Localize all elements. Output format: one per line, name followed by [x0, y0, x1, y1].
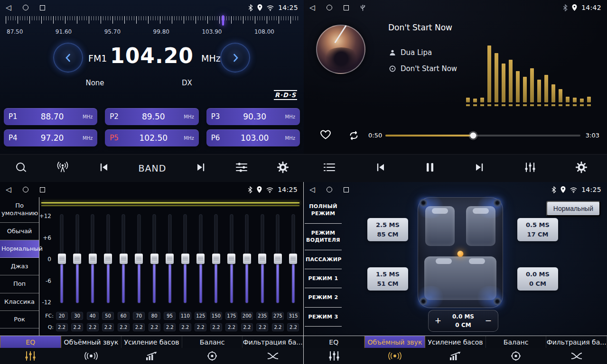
eq-slider-handle[interactable] [104, 254, 112, 264]
home-icon[interactable] [327, 5, 332, 10]
dx-mode-label[interactable]: DX [182, 79, 192, 87]
delay-front-left[interactable]: 2.5 MS 85 CM [367, 218, 408, 241]
balance-icon[interactable] [182, 351, 243, 361]
surround-speaker-icon[interactable] [61, 352, 121, 360]
next-icon[interactable] [195, 163, 206, 174]
bass-boost-icon[interactable] [425, 351, 486, 361]
audio-tab-3[interactable]: Баланс [486, 336, 547, 348]
eq-preset-item[interactable]: По умолчанию [0, 197, 39, 223]
eq-slider-handle[interactable] [166, 254, 174, 264]
eq-band-slider[interactable] [224, 211, 239, 308]
eq-sliders-icon[interactable] [304, 351, 364, 361]
listening-position-dot[interactable] [458, 251, 464, 257]
tune-down-button[interactable] [53, 43, 83, 73]
delay-rear-right[interactable]: 0.0 MS 0 CM [517, 267, 558, 291]
progress-bar[interactable] [385, 135, 580, 136]
eq-band-slider[interactable] [240, 211, 254, 308]
eq-preset-shortcut-button[interactable]: Нормальный [546, 201, 600, 216]
progress-knob[interactable] [470, 133, 476, 139]
recents-icon[interactable] [40, 5, 45, 10]
audio-tab-4[interactable]: Фильтрация ба... [243, 336, 303, 348]
listening-mode-item[interactable]: РЕЖИМ 2 [305, 288, 342, 307]
radio-preset-p2[interactable]: P289.50MHz [105, 108, 198, 125]
playlist-icon[interactable] [323, 163, 336, 174]
eq-sliders-icon[interactable] [0, 351, 61, 361]
eq-slider-handle[interactable] [135, 254, 143, 264]
broadcast-icon[interactable] [56, 161, 69, 175]
eq-band-slider[interactable] [255, 211, 270, 308]
radio-preset-p6[interactable]: P6103.00MHz [206, 129, 300, 146]
listening-mode-item[interactable]: РЕЖИМ ВОДИТЕЛЯ [305, 224, 342, 250]
repeat-icon[interactable] [347, 131, 360, 142]
eq-slider-handle[interactable] [73, 254, 81, 264]
eq-slider-handle[interactable] [58, 254, 66, 264]
car-cabin-diagram[interactable] [418, 197, 503, 308]
eq-slider-handle[interactable] [89, 254, 97, 264]
listening-mode-item[interactable]: ПОЛНЫЙ РЕЖИМ [305, 197, 342, 224]
eq-band-slider[interactable] [286, 211, 300, 308]
eq-slider-handle[interactable] [181, 254, 189, 264]
settings-gear-icon[interactable] [277, 161, 289, 175]
back-icon[interactable]: ◁ [309, 4, 315, 11]
band-button[interactable]: BAND [139, 163, 167, 173]
settings-gear-icon[interactable] [575, 161, 588, 175]
home-icon[interactable] [327, 187, 332, 192]
eq-preset-item[interactable]: Нормальный [0, 240, 39, 258]
increase-delay-button[interactable]: + [429, 316, 448, 326]
eq-slider-handle[interactable] [120, 254, 128, 264]
home-icon[interactable] [23, 187, 28, 192]
audio-tab-1[interactable]: Объёмный звук [61, 336, 122, 348]
eq-slider-handle[interactable] [227, 254, 235, 264]
eq-band-slider[interactable] [271, 211, 285, 308]
radio-preset-p1[interactable]: P188.70MHz [4, 108, 97, 125]
recents-icon[interactable] [40, 187, 45, 192]
eq-preset-item[interactable]: Поп [0, 275, 39, 293]
delay-front-right[interactable]: 0.5 MS 17 CM [517, 218, 558, 241]
radio-preset-p3[interactable]: P390.30MHz [206, 108, 300, 125]
recents-icon[interactable] [344, 5, 349, 10]
eq-band-slider[interactable] [194, 211, 208, 308]
home-icon[interactable] [23, 5, 28, 10]
eq-preset-item[interactable]: Классика [0, 293, 39, 311]
eq-band-slider[interactable] [178, 211, 192, 308]
back-icon[interactable]: ◁ [309, 186, 315, 193]
audio-tab-2[interactable]: Усиление басов [121, 336, 182, 348]
frequency-ruler[interactable] [6, 16, 298, 26]
radio-preset-p4[interactable]: P497.20MHz [4, 129, 97, 146]
eq-band-slider[interactable] [163, 211, 177, 308]
scan-icon[interactable] [15, 161, 27, 175]
eq-band-slider[interactable] [101, 211, 115, 308]
audio-tab-0[interactable]: EQ [304, 336, 364, 348]
eq-preset-item[interactable]: Рок [0, 311, 39, 328]
decrease-delay-button[interactable]: − [479, 316, 498, 326]
eq-band-slider[interactable] [209, 211, 223, 308]
eq-slider-handle[interactable] [274, 254, 282, 264]
eq-slider-handle[interactable] [243, 254, 251, 264]
listening-mode-item[interactable]: ПАССАЖИР [305, 250, 342, 269]
eq-slider-handle[interactable] [196, 254, 205, 264]
previous-icon[interactable] [98, 163, 110, 174]
eq-preset-item[interactable]: Джаз [0, 258, 39, 275]
audio-tab-2[interactable]: Усиление басов [425, 336, 486, 348]
filter-crossover-icon[interactable] [243, 352, 303, 360]
eq-sliders-icon[interactable] [235, 162, 248, 174]
surround-speaker-icon[interactable] [364, 352, 425, 360]
eq-sliders-icon[interactable] [524, 162, 536, 174]
recents-icon[interactable] [344, 187, 349, 192]
tuner-indicator[interactable] [222, 15, 224, 26]
eq-slider-handle[interactable] [289, 254, 297, 264]
eq-band-slider[interactable] [85, 211, 100, 308]
radio-preset-p5[interactable]: P5102.50MHz [105, 129, 198, 146]
filter-crossover-icon[interactable] [546, 352, 607, 360]
eq-slider-handle[interactable] [212, 254, 220, 264]
eq-band-slider[interactable] [55, 211, 69, 308]
eq-band-slider[interactable] [70, 211, 84, 308]
listening-mode-item[interactable]: РЕЖИМ 3 [305, 308, 342, 327]
eq-slider-handle[interactable] [150, 254, 159, 264]
pause-icon[interactable] [426, 162, 434, 174]
next-icon[interactable] [474, 163, 485, 174]
eq-preset-item[interactable]: Обычай [0, 223, 39, 240]
favorite-icon[interactable] [319, 129, 332, 142]
audio-tab-3[interactable]: Баланс [182, 336, 243, 348]
back-icon[interactable]: ◁ [6, 186, 11, 193]
